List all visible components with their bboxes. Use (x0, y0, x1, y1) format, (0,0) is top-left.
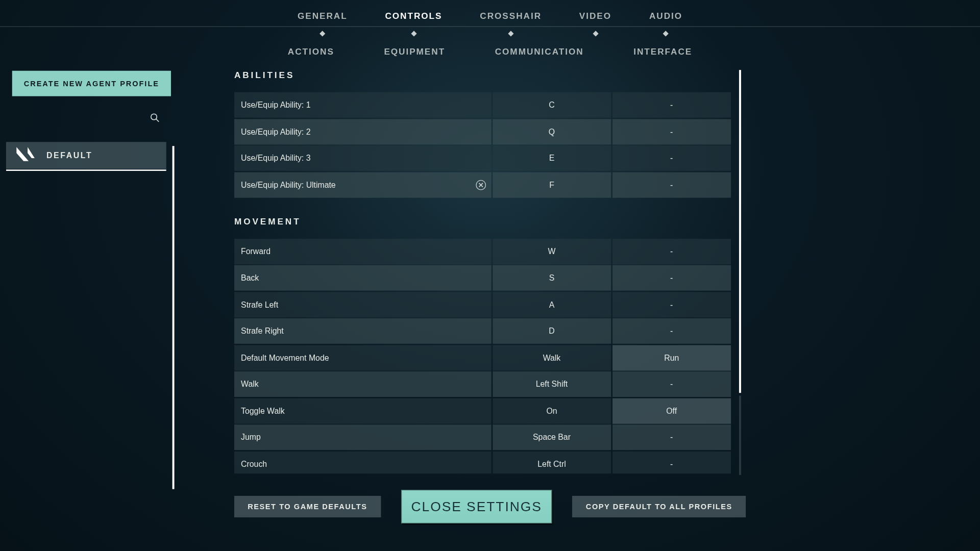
subtab-actions[interactable]: ACTIONS (288, 46, 334, 57)
tab-divider (0, 26, 980, 27)
binding-row: CrouchLeft Ctrl- (234, 451, 743, 473)
primary-bind[interactable]: E (493, 145, 611, 171)
secondary-bind[interactable]: - (612, 92, 731, 118)
reset-binding-icon[interactable] (476, 180, 486, 190)
binding-label: Forward (234, 238, 492, 264)
binding-label: Walk (234, 371, 492, 397)
secondary-bind[interactable]: - (612, 292, 731, 317)
primary-bind[interactable]: W (493, 238, 611, 264)
svg-line-1 (156, 119, 159, 121)
primary-bind[interactable]: Left Shift (493, 371, 611, 397)
primary-bind[interactable]: Left Ctrl (493, 451, 611, 473)
secondary-bind[interactable]: - (612, 172, 731, 197)
bindings-list: ABILITIESUse/Equip Ability: 1C-Use/Equip… (234, 67, 743, 473)
toggle-option[interactable]: Walk (493, 345, 611, 370)
subtab-interface[interactable]: INTERFACE (633, 46, 692, 57)
binding-label: Back (234, 265, 492, 291)
primary-bind[interactable]: A (493, 292, 611, 317)
binding-row: Use/Equip Ability: UltimateF- (234, 172, 743, 197)
reset-defaults-button[interactable]: RESET TO GAME DEFAULTS (234, 496, 381, 517)
close-settings-button[interactable]: CLOSE SETTINGS (401, 490, 552, 523)
binding-label: Default Movement Mode (234, 345, 492, 370)
secondary-bind[interactable]: - (612, 238, 731, 264)
section-title: ABILITIES (234, 70, 743, 80)
binding-row: ForwardW- (234, 238, 743, 264)
subtab-equipment[interactable]: EQUIPMENT (384, 46, 445, 57)
toggle-option[interactable]: Run (612, 345, 731, 370)
primary-tabs: GENERALCONTROLSCROSSHAIRVIDEOAUDIO (0, 0, 980, 34)
toggle-option[interactable]: On (493, 398, 611, 423)
binding-row: Strafe LeftA- (234, 292, 743, 317)
content-scrollbar-thumb[interactable] (739, 70, 741, 393)
binding-label: Use/Equip Ability: 3 (234, 145, 492, 171)
binding-label: Toggle Walk (234, 398, 492, 423)
secondary-bind[interactable]: - (612, 265, 731, 291)
secondary-bind[interactable]: - (612, 119, 731, 144)
binding-row: Toggle WalkOnOff (234, 398, 743, 423)
tab-audio[interactable]: AUDIO (649, 11, 682, 34)
tab-crosshair[interactable]: CROSSHAIR (480, 11, 542, 34)
binding-row: Strafe RightD- (234, 318, 743, 344)
tab-general[interactable]: GENERAL (298, 11, 348, 34)
copy-profiles-button[interactable]: COPY DEFAULT TO ALL PROFILES (572, 496, 746, 517)
content-scrollbar-track (739, 395, 741, 475)
binding-label: Use/Equip Ability: Ultimate (234, 172, 492, 197)
primary-bind[interactable]: C (493, 92, 611, 118)
svg-point-0 (151, 114, 157, 119)
create-profile-button[interactable]: CREATE NEW AGENT PROFILE (12, 70, 171, 96)
binding-row: Use/Equip Ability: 3E- (234, 145, 743, 171)
primary-bind[interactable]: D (493, 318, 611, 344)
primary-bind[interactable]: Space Bar (493, 424, 611, 450)
section-title: MOVEMENT (234, 216, 743, 227)
tab-controls[interactable]: CONTROLS (385, 11, 442, 34)
binding-label: Jump (234, 424, 492, 450)
subtab-communication[interactable]: COMMUNICATION (495, 46, 584, 57)
binding-row: Use/Equip Ability: 2Q- (234, 119, 743, 144)
secondary-bind[interactable]: - (612, 371, 731, 397)
secondary-bind[interactable]: - (612, 424, 731, 450)
sidebar: CREATE NEW AGENT PROFILE DEFAULT (0, 70, 175, 169)
binding-row: Use/Equip Ability: 1C- (234, 92, 743, 118)
secondary-tabs: ACTIONSEQUIPMENTCOMMUNICATIONINTERFACE (0, 46, 980, 57)
secondary-bind[interactable]: - (612, 145, 731, 171)
binding-row: BackS- (234, 265, 743, 291)
binding-label: Crouch (234, 451, 492, 473)
secondary-bind[interactable]: - (612, 318, 731, 344)
search-icon[interactable] (150, 112, 160, 126)
binding-row: Default Movement ModeWalkRun (234, 345, 743, 370)
sidebar-scrollbar[interactable] (173, 146, 175, 489)
binding-label: Use/Equip Ability: 2 (234, 119, 492, 144)
footer-actions: RESET TO GAME DEFAULTS CLOSE SETTINGS CO… (234, 490, 746, 523)
binding-row: WalkLeft Shift- (234, 371, 743, 397)
primary-bind[interactable]: S (493, 265, 611, 291)
toggle-option[interactable]: Off (612, 398, 731, 423)
binding-row: JumpSpace Bar- (234, 424, 743, 450)
binding-label: Use/Equip Ability: 1 (234, 92, 492, 118)
tab-video[interactable]: VIDEO (579, 11, 611, 34)
secondary-bind[interactable]: - (612, 451, 731, 473)
binding-label: Strafe Right (234, 318, 492, 344)
primary-bind[interactable]: F (493, 172, 611, 197)
profile-label: DEFAULT (46, 151, 92, 160)
profile-item-default[interactable]: DEFAULT (6, 142, 166, 169)
binding-label: Strafe Left (234, 292, 492, 317)
valorant-logo-icon (15, 146, 36, 165)
primary-bind[interactable]: Q (493, 119, 611, 144)
